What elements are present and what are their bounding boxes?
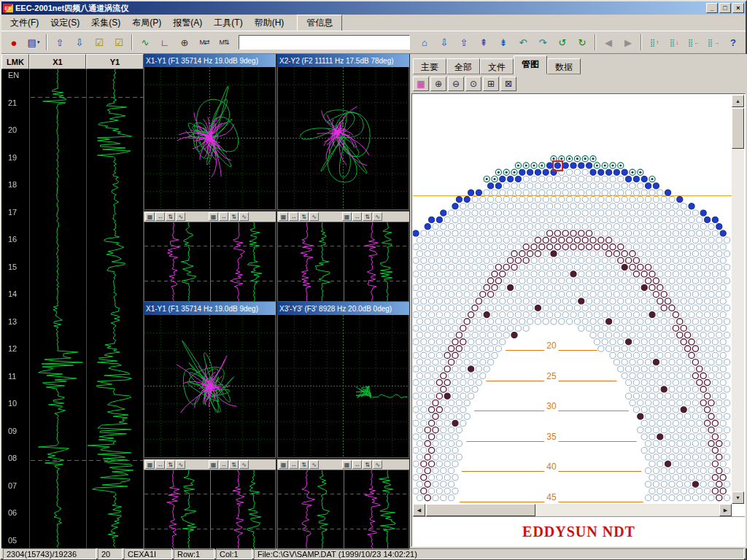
- tube-left-button[interactable]: ⣿←: [684, 34, 703, 51]
- mix-horizontal-button[interactable]: M⇄: [195, 34, 214, 51]
- strip-mini-canvas[interactable]: [277, 222, 409, 302]
- mini-wave-button[interactable]: ∿: [176, 460, 185, 469]
- page-up-button[interactable]: ⇞: [474, 34, 493, 51]
- mini-wave-button[interactable]: ∿: [309, 212, 319, 221]
- menu-tools[interactable]: 工具(T): [208, 15, 248, 31]
- rotate-left-button[interactable]: ↺: [553, 34, 572, 51]
- mini-wave-button[interactable]: ∿: [373, 212, 382, 221]
- column-header-y1[interactable]: Y1: [86, 54, 144, 69]
- zoom-actual-button[interactable]: ⊙: [465, 77, 481, 91]
- mini-hscale-button[interactable]: ↔: [155, 212, 165, 221]
- help-button[interactable]: ?: [724, 34, 743, 51]
- tube-entry-input[interactable]: [239, 35, 410, 50]
- mini-vscale-button[interactable]: ⇅: [229, 212, 239, 221]
- mini-grid-button[interactable]: ▦: [342, 212, 352, 221]
- column-header-x1[interactable]: X1: [29, 54, 86, 69]
- tube-map-canvas[interactable]: [413, 95, 732, 504]
- mini-wave-button[interactable]: ∿: [309, 460, 319, 469]
- tab-data[interactable]: 数据: [547, 58, 581, 74]
- move-up-button[interactable]: ⇧: [50, 34, 69, 51]
- mini-hscale-button[interactable]: ↔: [155, 460, 165, 469]
- mini-grid-button[interactable]: ▦: [209, 460, 218, 469]
- zoom-fit-button[interactable]: ⊞: [483, 77, 499, 91]
- home-button[interactable]: ⌂: [415, 34, 434, 51]
- mini-hscale-button[interactable]: ↔: [289, 212, 298, 221]
- mini-vscale-button[interactable]: ⇅: [166, 212, 175, 221]
- tube-info-button[interactable]: 管信息: [297, 15, 342, 31]
- mini-grid-button[interactable]: ▦: [279, 460, 288, 469]
- tab-main[interactable]: 主要: [413, 58, 446, 74]
- jump-down-button[interactable]: ⇩: [435, 34, 454, 51]
- tube-right-button[interactable]: ⣿→: [704, 34, 723, 51]
- mini-hscale-button[interactable]: ↔: [352, 460, 362, 469]
- strip-chart-canvas[interactable]: [1, 69, 144, 548]
- strip-mini-canvas[interactable]: [277, 470, 409, 550]
- mini-hscale-button[interactable]: ↔: [219, 460, 228, 469]
- save-button[interactable]: ▤▾: [24, 34, 43, 51]
- mini-hscale-button[interactable]: ↔: [219, 212, 228, 221]
- tab-tubemap[interactable]: 管图: [514, 55, 547, 74]
- tube-up-button[interactable]: ⣿↑: [645, 34, 664, 51]
- mini-vscale-button[interactable]: ⇅: [166, 460, 175, 469]
- strip-mini-canvas[interactable]: [144, 470, 276, 550]
- mini-wave-button[interactable]: ∿: [239, 460, 249, 469]
- checklist-a-button[interactable]: ☑: [90, 34, 109, 51]
- waveform-button[interactable]: ∿: [136, 34, 155, 51]
- mini-grid-button[interactable]: ▦: [279, 212, 288, 221]
- lissajous-canvas[interactable]: [144, 67, 276, 210]
- next-button[interactable]: ▶: [619, 34, 638, 51]
- column-header-lmk[interactable]: LMK: [1, 54, 29, 69]
- scroll-up-button[interactable]: ▲: [732, 95, 744, 107]
- balance-button[interactable]: ⊕: [175, 34, 194, 51]
- map-horizontal-scrollbar[interactable]: ◀ ▶: [413, 504, 732, 516]
- mini-wave-button[interactable]: ∿: [239, 212, 249, 221]
- zoom-out-button[interactable]: ⊖: [448, 77, 464, 91]
- zoom-region-button[interactable]: ⊠: [500, 77, 516, 91]
- menu-layout[interactable]: 布局(P): [126, 15, 167, 31]
- menu-file[interactable]: 文件(F): [4, 15, 44, 31]
- mini-vscale-button[interactable]: ⇅: [299, 460, 309, 469]
- tab-all[interactable]: 全部: [446, 58, 480, 74]
- mini-vscale-button[interactable]: ⇅: [363, 460, 372, 469]
- scroll-down-button[interactable]: ▼: [732, 491, 744, 504]
- mini-vscale-button[interactable]: ⇅: [363, 212, 372, 221]
- rotate-right-button[interactable]: ↻: [573, 34, 592, 51]
- mini-hscale-button[interactable]: ↔: [289, 460, 298, 469]
- map-vertical-scrollbar[interactable]: ▲ ▼: [732, 95, 744, 504]
- maximize-button[interactable]: □: [719, 3, 731, 13]
- mini-grid-button[interactable]: ▦: [342, 460, 352, 469]
- menu-settings[interactable]: 设定(S): [44, 15, 85, 31]
- scroll-left-button[interactable]: ◀: [413, 504, 425, 516]
- tube-down-button[interactable]: ⣿↓: [665, 34, 684, 51]
- select-tool-button[interactable]: ▦: [413, 77, 429, 91]
- undo-button[interactable]: ↶: [514, 34, 533, 51]
- lissajous-canvas[interactable]: [144, 315, 276, 458]
- axes-button[interactable]: ∟: [155, 34, 174, 51]
- mini-grid-button[interactable]: ▦: [145, 460, 155, 469]
- tab-file[interactable]: 文件: [480, 58, 514, 74]
- mini-vscale-button[interactable]: ⇅: [299, 212, 309, 221]
- mini-wave-button[interactable]: ∿: [176, 212, 185, 221]
- page-down-button[interactable]: ⇟: [494, 34, 513, 51]
- mini-grid-button[interactable]: ▦: [145, 212, 155, 221]
- prev-button[interactable]: ◀: [599, 34, 618, 51]
- horizontal-scrollbar-thumb[interactable]: [426, 504, 535, 516]
- mix-vertical-button[interactable]: M⇅: [214, 34, 233, 51]
- record-button[interactable]: ●: [4, 34, 23, 51]
- strip-mini-canvas[interactable]: [144, 222, 276, 302]
- menu-acquire[interactable]: 采集(S): [85, 15, 126, 31]
- menu-alarm[interactable]: 报警(A): [167, 15, 208, 31]
- mini-grid-button[interactable]: ▦: [209, 212, 218, 221]
- minimize-button[interactable]: _: [706, 3, 718, 13]
- mini-wave-button[interactable]: ∿: [373, 460, 382, 469]
- jump-up-button[interactable]: ⇧: [454, 34, 473, 51]
- checklist-b-button[interactable]: ☑: [109, 34, 128, 51]
- move-down-button[interactable]: ⇩: [70, 34, 89, 51]
- close-button[interactable]: ×: [732, 3, 744, 13]
- mini-hscale-button[interactable]: ↔: [352, 212, 362, 221]
- menu-help[interactable]: 帮助(H): [249, 15, 290, 31]
- lissajous-canvas[interactable]: [277, 67, 409, 210]
- title-bar[interactable]: EF EEC-2001net四频八通道涡流仪 _ □ ×: [1, 1, 746, 15]
- tube-map-view[interactable]: 20 25 30 35 40 45: [413, 95, 732, 504]
- lissajous-canvas[interactable]: [277, 315, 409, 458]
